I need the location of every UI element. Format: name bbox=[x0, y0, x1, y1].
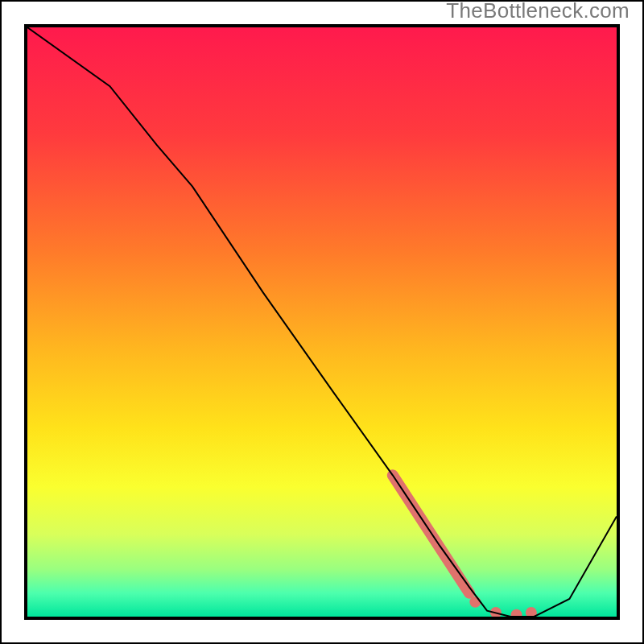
outer-frame: TheBottleneck.com bbox=[0, 0, 644, 644]
bottleneck-curve bbox=[27, 27, 617, 617]
chart-svg bbox=[27, 27, 617, 617]
watermark-text: TheBottleneck.com bbox=[446, 0, 630, 23]
highlight-dot bbox=[511, 609, 522, 617]
highlight-group bbox=[393, 475, 537, 617]
highlight-dot bbox=[526, 607, 537, 617]
highlight-dot bbox=[469, 597, 481, 608]
plot-area bbox=[24, 24, 620, 620]
